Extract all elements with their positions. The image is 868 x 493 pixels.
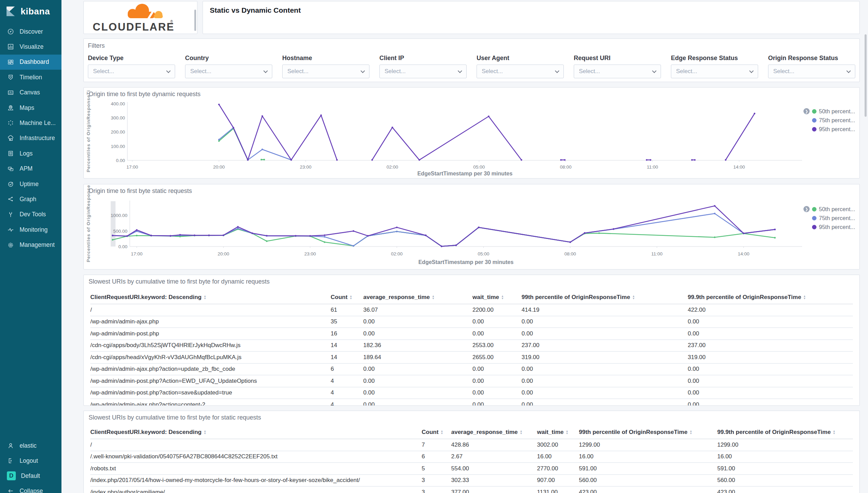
- legend-item[interactable]: ❯50th percent...: [803, 107, 860, 116]
- sidebar-item-collapse[interactable]: Collapse: [0, 483, 61, 493]
- kibana-home-link[interactable]: kibana: [0, 0, 61, 23]
- data-point: [425, 234, 426, 236]
- table-header-row: ClientRequestURI.keyword: Descending▲▼Co…: [90, 425, 853, 439]
- sidebar-item-dev-tools[interactable]: Dev Tools: [0, 207, 61, 222]
- sidebar-item-graph[interactable]: Graph: [0, 192, 61, 207]
- legend-item[interactable]: 75th percent...: [803, 214, 860, 222]
- sidebar-item-monitoring[interactable]: Monitoring: [0, 222, 61, 237]
- cloudflare-cloud-icon: [125, 4, 165, 21]
- value-cell: 14: [331, 354, 363, 361]
- column-header-2[interactable]: average_response_time▲▼: [363, 294, 472, 301]
- data-point: [353, 245, 354, 247]
- filter-select-user-agent[interactable]: Select...: [477, 65, 564, 78]
- legend-toggle-chevron-icon[interactable]: ❯: [803, 108, 810, 114]
- value-cell: 428.86: [451, 442, 537, 448]
- column-header-5[interactable]: 99.9th percentile of OriginResponseTime▲…: [717, 429, 853, 436]
- sidebar-item-logs[interactable]: Logs: [0, 146, 61, 161]
- column-header-0[interactable]: ClientRequestURI.keyword: Descending▲▼: [90, 294, 331, 301]
- value-cell: 1131.00: [537, 489, 579, 493]
- data-point: [584, 232, 585, 234]
- sidebar-item-default[interactable]: DDefault: [0, 468, 61, 483]
- sidebar-item-uptime[interactable]: Uptime: [0, 176, 61, 192]
- filter-select-hostname[interactable]: Select...: [282, 65, 369, 78]
- panel-dynamic-slowest-uris-table: Slowest URIs by cumulative time to first…: [83, 275, 860, 406]
- column-header-5[interactable]: 99.9th percentile of OriginResponseTime▲…: [688, 294, 853, 301]
- filter-group-client-ip: Client IPSelect...: [379, 55, 467, 78]
- y-tick-label: 500.00: [113, 229, 127, 234]
- y-tick-label: 0.00: [118, 244, 127, 249]
- column-header-label: 99.9th percentile of OriginResponseTime: [688, 294, 801, 301]
- legend-color-dot: [812, 118, 816, 123]
- sidebar-item-logout[interactable]: Logout: [0, 453, 61, 468]
- value-cell: 554.00: [451, 465, 537, 472]
- value-cell: 0.00: [688, 389, 853, 396]
- page-scrollbar-thumb[interactable]: [865, 34, 867, 117]
- uri-cell: /.well-known/pki-validation/054075F6A27B…: [90, 453, 422, 460]
- legend-item[interactable]: 95th percent...: [803, 125, 860, 134]
- sidebar-item-machine-le[interactable]: Machine Le...: [0, 115, 61, 130]
- value-cell: 560.00: [717, 477, 853, 484]
- data-point: [324, 234, 326, 236]
- table-row: /wp-admin/admin-ajax.php?action=content-…: [90, 399, 853, 406]
- value-cell: 319.00: [522, 354, 688, 361]
- value-cell: 237.00: [522, 342, 688, 349]
- column-header-0[interactable]: ClientRequestURI.keyword: Descending▲▼: [90, 429, 422, 436]
- data-point: [237, 226, 239, 228]
- filter-select-client-ip[interactable]: Select...: [379, 65, 467, 78]
- column-header-3[interactable]: wait_time▲▼: [537, 429, 579, 436]
- sidebar-item-apm[interactable]: APM: [0, 161, 61, 176]
- data-point: [218, 140, 220, 142]
- uri-cell: /wp-admin/admin-post.php?Action=EWD_UFAQ…: [90, 378, 331, 385]
- panel-scrollbar-thumb[interactable]: [194, 10, 196, 31]
- sidebar-item-dashboard[interactable]: Dashboard: [0, 55, 61, 70]
- sidebar-item-label: elastic: [20, 442, 37, 449]
- filter-select-device-type[interactable]: Select...: [88, 65, 175, 78]
- column-header-4[interactable]: 99th percentile of OriginResponseTime▲▼: [522, 294, 688, 301]
- x-tick-label: 02:00: [387, 164, 398, 170]
- sidebar-item-management[interactable]: Management: [0, 238, 61, 253]
- legend-item[interactable]: 95th percent...: [803, 222, 860, 231]
- value-cell: 1299.00: [717, 442, 853, 448]
- y-axis-title: Percentiles of OriginResponseTi: [86, 90, 91, 172]
- legend-item[interactable]: ❯50th percent...: [803, 205, 860, 214]
- data-point: [598, 232, 600, 234]
- sidebar-item-discover[interactable]: Discover: [0, 24, 61, 39]
- table-header-row: ClientRequestURI.keyword: Descending▲▼Co…: [90, 290, 853, 304]
- sidebar-item-infrastructure[interactable]: Infrastructure: [0, 131, 61, 146]
- sidebar-item-visualize[interactable]: Visualize: [0, 39, 61, 54]
- sidebar-item-timelion[interactable]: Timelion: [0, 70, 61, 85]
- x-tick-label: 05:00: [473, 164, 485, 170]
- data-point: [232, 127, 234, 129]
- table-row: /robots.txt5554.002770.00591.00591.00: [90, 463, 853, 475]
- filter-select-country[interactable]: Select...: [185, 65, 272, 78]
- data-point: [725, 159, 727, 161]
- column-header-3[interactable]: wait_time▲▼: [472, 294, 522, 301]
- column-header-1[interactable]: Count▲▼: [331, 294, 363, 301]
- sidebar: kibana DiscoverVisualizeDashboardTimelio…: [0, 0, 61, 493]
- data-point: [441, 245, 443, 247]
- value-cell: 377.00: [451, 489, 537, 493]
- uri-cell: /wp-admin/admin-ajax.php: [90, 318, 331, 325]
- sidebar-item-elastic[interactable]: elastic: [0, 438, 61, 453]
- sidebar-item-label: Visualize: [20, 43, 44, 50]
- legend-toggle-chevron-icon[interactable]: ❯: [803, 206, 810, 212]
- filter-group-request-uri: Request URISelect...: [574, 55, 661, 78]
- column-header-2[interactable]: average_response_time▲▼: [451, 429, 537, 436]
- chevron-down-icon: [166, 69, 171, 73]
- filter-select-origin-response-status[interactable]: Select...: [768, 65, 855, 78]
- data-point: [324, 241, 326, 243]
- sidebar-item-label: Management: [20, 241, 55, 249]
- sort-icon: ▲▼: [632, 295, 635, 300]
- filter-select-edge-response-status[interactable]: Select...: [671, 65, 758, 78]
- filter-select-request-uri[interactable]: Select...: [574, 65, 661, 78]
- sidebar-item-canvas[interactable]: Canvas: [0, 85, 61, 100]
- sort-icon: ▲▼: [204, 295, 206, 300]
- legend-item[interactable]: 75th percent...: [803, 116, 860, 125]
- filter-placeholder: Select...: [579, 68, 653, 75]
- column-header-1[interactable]: Count▲▼: [422, 429, 451, 436]
- timelion-icon: [7, 73, 14, 81]
- column-header-4[interactable]: 99th percentile of OriginResponseTime▲▼: [579, 429, 717, 436]
- sidebar-item-maps[interactable]: Maps: [0, 100, 61, 115]
- management-icon: [7, 241, 14, 249]
- chevron-down-icon: [652, 69, 656, 73]
